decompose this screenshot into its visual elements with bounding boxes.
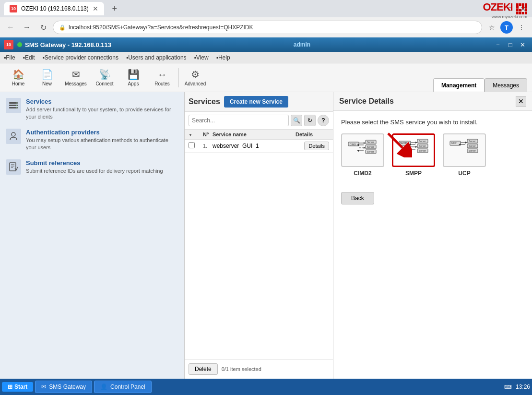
home-icon: 🏠: [12, 69, 24, 80]
taskbar: ⊞ Start ✉ SMS Gateway 👤 Control Panel ⌨ …: [0, 379, 532, 395]
back-button[interactable]: ←: [4, 21, 17, 34]
win-minimize[interactable]: −: [493, 40, 503, 49]
back-button-container: Back: [341, 184, 524, 204]
back-button[interactable]: Back: [341, 192, 374, 204]
user-avatar[interactable]: T: [500, 21, 513, 34]
svg-text:UCP: UCP: [451, 142, 457, 144]
svg-point-5: [16, 108, 17, 108]
sidebar-section-auth: Authentication providers You may setup v…: [6, 129, 178, 152]
service-option-ucp[interactable]: UCP Server Server Server: [443, 133, 486, 177]
sidebar-title-services[interactable]: Services: [26, 98, 178, 105]
services-panel-title: Services: [189, 97, 220, 106]
details-button[interactable]: Details: [304, 142, 329, 150]
menu-service-provider[interactable]: Service provider connections: [39, 52, 122, 63]
services-icon: [6, 98, 21, 113]
bookmark-button[interactable]: ☆: [485, 21, 498, 34]
svg-marker-26: [364, 147, 366, 149]
sidebar-section-services: Services Add server functionality to you…: [6, 98, 178, 121]
toolbar-connect[interactable]: 📡 Connect: [90, 65, 119, 90]
menubar: File Edit Service provider connections U…: [0, 52, 532, 63]
header-checkbox: ▼: [189, 132, 203, 137]
checkbox[interactable]: [189, 142, 195, 148]
browser-tab[interactable]: 10 OZEKI 10 (192.168.0.113) ✕: [4, 2, 104, 15]
help-button[interactable]: ?: [318, 115, 329, 126]
smpp-label: SMPP: [405, 170, 422, 177]
services-panel: Services Create new Service 🔍 ↻ ? ▼ N° S…: [185, 92, 333, 379]
svg-text:Server: Server: [469, 144, 476, 147]
taskbar-sms-gateway[interactable]: ✉ SMS Gateway: [35, 381, 92, 393]
browser-tab-title: OZEKI 10 (192.168.0.113): [21, 5, 89, 12]
svg-marker-32: [415, 142, 417, 144]
toolbar-new[interactable]: 📄 New: [33, 65, 61, 90]
search-button[interactable]: 🔍: [291, 115, 302, 126]
toolbar-home[interactable]: 🏠 Home: [4, 65, 33, 90]
start-button[interactable]: ⊞ Start: [2, 382, 33, 392]
url-text: localhost:9520/SMS+Gateway/?a=Services&r…: [69, 24, 253, 31]
keyboard-icon: ⌨: [504, 384, 512, 390]
routes-icon: ↔: [157, 69, 167, 80]
sidebar: Services Add server functionality to you…: [0, 92, 185, 379]
menu-view[interactable]: View: [190, 52, 213, 63]
service-option-cimd2[interactable]: CIMD Server Server Server: [341, 133, 384, 177]
tab-messages[interactable]: Messages: [485, 78, 527, 92]
sidebar-collapse-arrow[interactable]: ◀: [184, 228, 185, 243]
toolbar-routes[interactable]: ↔ Routes: [148, 65, 177, 90]
sidebar-desc-services: Add server functionality to your system,…: [26, 106, 178, 121]
services-footer: Delete 0/1 item selected: [185, 359, 333, 379]
row-num: 1.: [203, 143, 213, 149]
svg-marker-44: [409, 149, 411, 151]
svg-text:Server: Server: [419, 149, 426, 152]
toolbar-messages[interactable]: ✉ Messages: [61, 65, 90, 90]
apps-icon: 💾: [128, 69, 140, 80]
menu-users[interactable]: Users and applications: [122, 52, 190, 63]
toolbar: 🏠 Home 📄 New ✉ Messages 📡 Connect 💾 Apps…: [0, 63, 532, 92]
forward-button[interactable]: →: [20, 21, 34, 34]
svg-text:CIMD: CIMD: [350, 143, 356, 146]
create-service-button[interactable]: Create new Service: [224, 96, 288, 108]
win-maximize[interactable]: □: [505, 40, 516, 49]
menu-help[interactable]: Help: [213, 52, 234, 63]
home-label: Home: [12, 81, 25, 86]
row-checkbox[interactable]: [189, 142, 203, 150]
new-tab-button[interactable]: +: [108, 2, 121, 15]
sidebar-desc-auth: You may setup various athentication meth…: [26, 137, 178, 152]
sidebar-title-auth[interactable]: Authentication providers: [26, 129, 178, 136]
address-bar[interactable]: 🔒 localhost:9520/SMS+Gateway/?a=Services…: [53, 21, 482, 34]
table-header: ▼ N° Service name Details: [185, 130, 333, 140]
cimd2-box[interactable]: CIMD Server Server Server: [341, 133, 384, 167]
menu-file[interactable]: File: [0, 52, 19, 63]
empty-space: [185, 153, 333, 359]
ozeki-brand: OZEKI: [483, 1, 512, 13]
browser-tab-icon: 10: [10, 5, 17, 12]
refresh-button[interactable]: ↻: [304, 115, 316, 126]
menu-edit[interactable]: Edit: [19, 52, 39, 63]
delete-button[interactable]: Delete: [189, 363, 218, 375]
cimd2-label: CIMD2: [354, 170, 371, 177]
management-tabs: Management Messages: [433, 78, 527, 92]
ucp-box[interactable]: UCP Server Server Server: [443, 133, 486, 167]
sidebar-title-submit[interactable]: Submit references: [26, 159, 178, 167]
win-close[interactable]: ✕: [518, 40, 528, 49]
service-option-smpp[interactable]: SMPP Server Server Server: [392, 133, 435, 177]
tab-management[interactable]: Management: [433, 78, 485, 92]
toolbar-advanced[interactable]: ⚙ Advanced: [181, 65, 210, 90]
sidebar-content-submit: Submit references Submit reference IDs a…: [26, 159, 178, 175]
toolbar-apps[interactable]: 💾 Apps: [119, 65, 148, 90]
ozeki-logo: OZEKI www.myozeki.com: [483, 1, 527, 19]
smpp-box[interactable]: SMPP Server Server Server: [392, 133, 435, 167]
more-button[interactable]: ⋮: [515, 21, 528, 34]
svg-text:Server: Server: [367, 150, 374, 153]
taskbar-control-panel[interactable]: 👤 Control Panel: [94, 381, 152, 393]
browser-tab-close[interactable]: ✕: [93, 5, 98, 12]
svg-text:Server: Server: [469, 149, 476, 152]
search-input[interactable]: [189, 115, 289, 126]
reload-button[interactable]: ↻: [36, 21, 50, 34]
header-service-name: Service name: [213, 132, 296, 137]
window-controls: − □ ✕: [493, 40, 528, 49]
services-header: Services Create new Service: [185, 92, 333, 112]
window-title: SMS Gateway - 192.168.0.113: [25, 41, 111, 48]
sidebar-section-submit: Submit references Submit reference IDs a…: [6, 159, 178, 175]
start-icon: ⊞: [8, 383, 12, 390]
details-close-button[interactable]: ✕: [516, 96, 526, 107]
advanced-icon: ⚙: [191, 69, 200, 80]
